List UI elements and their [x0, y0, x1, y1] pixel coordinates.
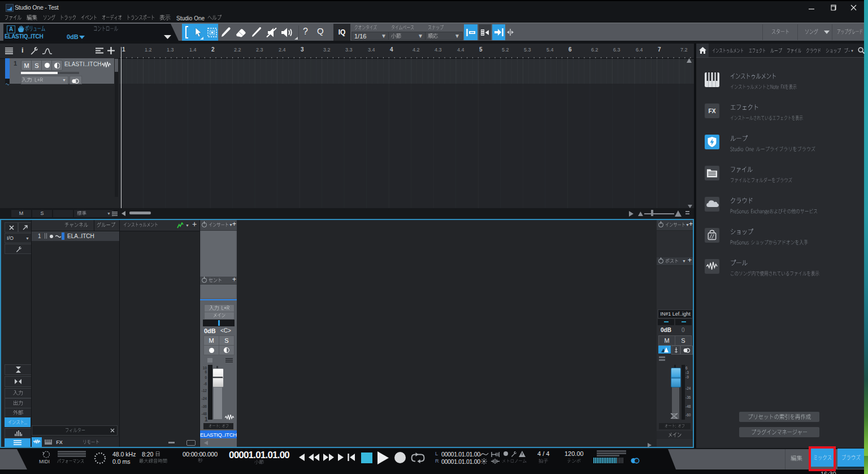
svg-text:FX: FX: [708, 108, 715, 114]
